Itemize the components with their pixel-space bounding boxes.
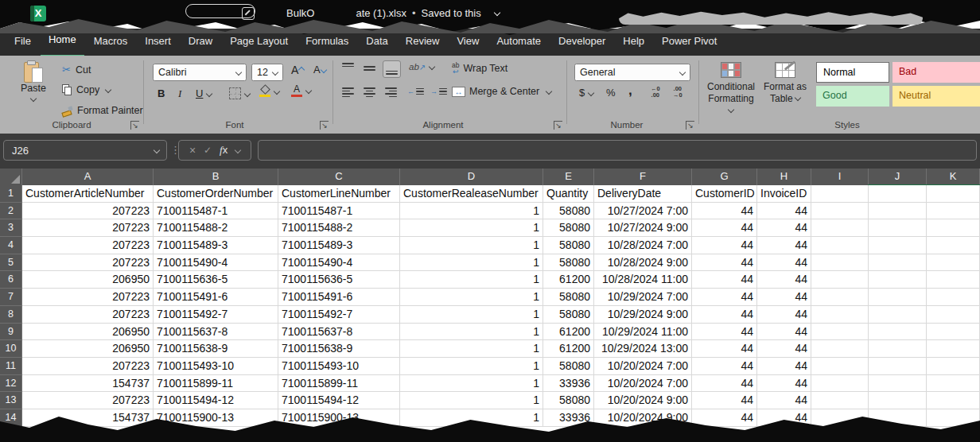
cell-I8[interactable]	[811, 306, 869, 324]
cell-D5[interactable]: 1	[400, 254, 543, 272]
enter-icon[interactable]: ✓	[204, 145, 212, 156]
cell-F4[interactable]: 10/28/2024 7:00	[594, 237, 692, 254]
font-dialog-launcher[interactable]: ↘	[320, 121, 329, 130]
cell-K11[interactable]	[927, 358, 980, 375]
cell-E5[interactable]: 58080	[543, 254, 594, 272]
cell-K7[interactable]	[927, 289, 980, 306]
font-color-button[interactable]: A	[291, 84, 311, 97]
fill-color-button[interactable]	[259, 86, 279, 97]
bottom-align-button[interactable]	[383, 60, 401, 78]
cell-F3[interactable]: 10/27/2024 9:00	[594, 219, 692, 237]
increase-indent-button[interactable]: →	[430, 87, 447, 95]
cell-J7[interactable]	[869, 289, 927, 306]
cell-H6[interactable]: 44	[757, 271, 811, 289]
cell-H5[interactable]: 44	[757, 254, 811, 272]
row-header-5[interactable]: 5	[0, 254, 22, 272]
cell-B8[interactable]: 7100115492-7	[154, 306, 278, 324]
cell-J8[interactable]	[869, 306, 927, 324]
cell-E3[interactable]: 58080	[543, 219, 594, 237]
cell-E9[interactable]: 61200	[543, 324, 594, 341]
cell-E8[interactable]: 58080	[543, 306, 594, 324]
cell-C13[interactable]: 7100115494-12	[278, 392, 400, 409]
grow-font-button[interactable]: A	[291, 64, 304, 76]
cell-K13[interactable]	[927, 392, 980, 409]
name-box[interactable]: J26	[3, 140, 167, 161]
cell-F11[interactable]: 10/20/2024 7:00	[594, 358, 692, 375]
cell-B1[interactable]: CustomerOrderNumber	[154, 185, 278, 203]
cell-D11[interactable]: 1	[400, 358, 543, 375]
cell-style-normal[interactable]: Normal	[816, 62, 889, 83]
cell-H9[interactable]: 44	[757, 324, 811, 341]
cell-E4[interactable]: 58080	[543, 237, 594, 254]
cell-D13[interactable]: 1	[400, 392, 543, 409]
column-header-G[interactable]: G	[692, 169, 757, 185]
title-chevron-down-icon[interactable]	[494, 10, 500, 16]
cell-G2[interactable]: 44	[692, 203, 757, 220]
cell-D8[interactable]: 1	[400, 306, 543, 324]
cell-J13[interactable]	[869, 392, 927, 409]
cell-style-bad[interactable]: Bad	[892, 62, 980, 83]
row-header-13[interactable]: 13	[0, 392, 22, 409]
percent-style-button[interactable]: %	[606, 87, 616, 99]
cell-K8[interactable]	[927, 306, 980, 324]
cell-I6[interactable]	[811, 271, 869, 289]
cell-K3[interactable]	[927, 219, 980, 237]
cell-F10[interactable]: 10/29/2024 13:00	[594, 340, 692, 358]
cell-I7[interactable]	[811, 289, 869, 306]
cell-D1[interactable]: CustomerRealeaseNumber	[400, 185, 543, 203]
row-header-10[interactable]: 10	[0, 340, 22, 358]
cell-C12[interactable]: 7100115899-11	[278, 375, 400, 393]
cell-G4[interactable]: 44	[692, 237, 757, 254]
cell-F8[interactable]: 10/29/2024 9:00	[594, 306, 692, 324]
row-header-6[interactable]: 6	[0, 271, 22, 289]
cell-style-good[interactable]: Good	[816, 86, 889, 107]
cell-D6[interactable]: 1	[400, 271, 543, 289]
cell-F6[interactable]: 10/28/2024 11:00	[594, 271, 692, 289]
cell-F5[interactable]: 10/28/2024 9:00	[594, 254, 692, 272]
column-header-H[interactable]: H	[757, 169, 811, 185]
cell-J3[interactable]	[869, 219, 927, 237]
fx-chevron-icon[interactable]	[235, 147, 241, 153]
cell-A7[interactable]: 207223	[22, 289, 154, 306]
cell-E2[interactable]: 58080	[543, 203, 594, 220]
column-header-K[interactable]: K	[927, 169, 980, 185]
cell-G5[interactable]: 44	[692, 254, 757, 272]
cell-G14[interactable]: 44	[692, 409, 757, 427]
cell-A2[interactable]: 207223	[22, 203, 154, 220]
conditional-formatting-button[interactable]: Conditional Formatting	[705, 62, 757, 117]
cell-J9[interactable]	[869, 324, 927, 341]
cell-A3[interactable]: 207223	[22, 219, 154, 237]
row-header-2[interactable]: 2	[0, 203, 22, 220]
cell-C8[interactable]: 7100115492-7	[278, 306, 400, 324]
cell-J10[interactable]	[869, 340, 927, 358]
cell-H10[interactable]: 44	[757, 340, 811, 358]
number-dialog-launcher[interactable]: ↘	[686, 121, 694, 130]
cell-I5[interactable]	[811, 254, 869, 272]
cell-A12[interactable]: 154737	[22, 375, 154, 393]
cell-A13[interactable]: 207223	[22, 392, 154, 409]
cell-H7[interactable]: 44	[757, 289, 811, 306]
cell-G6[interactable]: 44	[692, 271, 757, 289]
cell-style-neutral[interactable]: Neutral	[892, 86, 980, 107]
cell-C9[interactable]: 7100115637-8	[278, 324, 400, 341]
cell-I9[interactable]	[811, 324, 869, 341]
formula-input[interactable]	[258, 140, 977, 161]
column-header-A[interactable]: A	[22, 169, 154, 185]
increase-decimal-button[interactable]: ←0.00	[651, 86, 660, 99]
cell-I13[interactable]	[811, 392, 869, 409]
cancel-icon[interactable]: ×	[189, 144, 196, 157]
cell-B11[interactable]: 7100115493-10	[154, 358, 278, 375]
cell-A6[interactable]: 206950	[22, 271, 154, 289]
cell-G10[interactable]: 44	[692, 340, 757, 358]
cell-J12[interactable]	[869, 375, 927, 393]
top-align-button[interactable]	[342, 63, 354, 74]
row-header-7[interactable]: 7	[0, 289, 22, 306]
cell-A5[interactable]: 207223	[22, 254, 154, 272]
font-name-combobox[interactable]: Calibri	[153, 64, 247, 81]
cell-K4[interactable]	[927, 237, 980, 254]
cell-E1[interactable]: Quantity	[543, 185, 594, 203]
format-painter-button[interactable]: Format Painter	[62, 105, 143, 116]
column-header-C[interactable]: C	[278, 169, 400, 185]
format-as-table-button[interactable]: Format as Table	[760, 62, 810, 105]
cell-A9[interactable]: 206950	[22, 324, 154, 341]
